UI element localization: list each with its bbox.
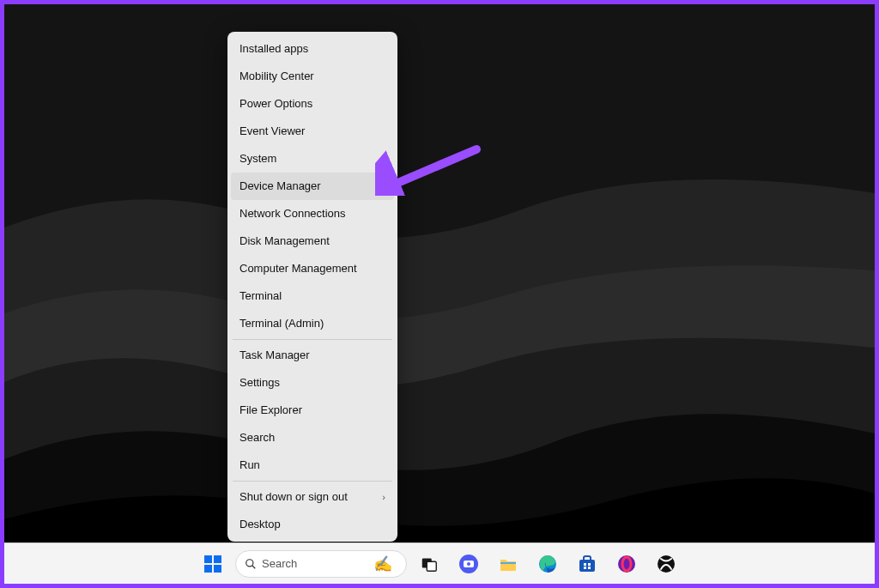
- menu-item-event-viewer[interactable]: Event Viewer: [227, 118, 397, 145]
- menu-item-label: Settings: [239, 376, 280, 390]
- menu-item-label: File Explorer: [239, 403, 302, 417]
- svg-rect-5: [214, 565, 221, 573]
- chat-button[interactable]: [452, 547, 486, 581]
- edge-icon: [537, 554, 558, 574]
- svg-rect-4: [204, 565, 212, 573]
- svg-rect-2: [204, 555, 212, 563]
- menu-item-label: Computer Management: [239, 262, 357, 276]
- svg-rect-13: [500, 562, 516, 564]
- menu-item-label: Power Options: [239, 97, 312, 111]
- menu-item-mobility-center[interactable]: Mobility Center: [227, 63, 397, 90]
- microsoft-store-button[interactable]: [570, 547, 604, 581]
- desktop-area[interactable]: Installed appsMobility CenterPower Optio…: [4, 4, 875, 584]
- menu-item-label: Search: [239, 431, 275, 445]
- svg-rect-17: [588, 563, 591, 566]
- menu-item-label: Terminal (Admin): [239, 317, 324, 330]
- menu-item-device-manager[interactable]: Device Manager: [231, 173, 394, 200]
- menu-item-task-manager[interactable]: Task Manager: [227, 342, 397, 369]
- winx-context-menu: Installed appsMobility CenterPower Optio…: [227, 32, 397, 542]
- svg-point-6: [246, 559, 253, 566]
- menu-item-desktop[interactable]: Desktop: [227, 511, 397, 538]
- menu-item-terminal[interactable]: Terminal: [227, 282, 397, 310]
- menu-item-label: Desktop: [239, 518, 281, 531]
- folder-icon: [498, 554, 518, 574]
- taskbar-search[interactable]: Search ✍️: [235, 550, 407, 578]
- menu-item-system[interactable]: System: [227, 145, 397, 173]
- task-view-icon: [420, 555, 439, 573]
- menu-separator: [233, 339, 392, 340]
- menu-item-label: Terminal: [239, 289, 282, 303]
- menu-item-disk-management[interactable]: Disk Management: [227, 227, 397, 255]
- menu-item-terminal-admin[interactable]: Terminal (Admin): [227, 310, 397, 337]
- opera-icon: [616, 554, 637, 574]
- menu-item-settings[interactable]: Settings: [227, 369, 397, 397]
- store-icon: [577, 554, 597, 574]
- menu-item-computer-management[interactable]: Computer Management: [227, 255, 397, 282]
- menu-item-network-connections[interactable]: Network Connections: [227, 200, 397, 227]
- windows-logo-icon: [203, 554, 223, 574]
- svg-rect-15: [579, 560, 595, 572]
- svg-rect-3: [214, 555, 221, 563]
- menu-item-label: Device Manager: [239, 179, 321, 193]
- task-view-button[interactable]: [412, 547, 446, 581]
- menu-item-label: Disk Management: [239, 234, 330, 248]
- menu-item-label: Task Manager: [239, 349, 310, 362]
- menu-item-shut-down-or-sign-out[interactable]: Shut down or sign out›: [227, 483, 397, 511]
- file-explorer-button[interactable]: [491, 547, 525, 581]
- menu-item-label: Network Connections: [239, 207, 346, 221]
- menu-item-label: Run: [239, 458, 260, 472]
- search-placeholder: Search: [262, 557, 297, 570]
- chevron-right-icon: ›: [382, 490, 385, 504]
- menu-item-label: Installed apps: [239, 42, 308, 56]
- menu-item-installed-apps[interactable]: Installed apps: [227, 35, 397, 63]
- menu-item-power-options[interactable]: Power Options: [227, 90, 397, 118]
- menu-separator: [233, 481, 392, 482]
- wallpaper-mountains: [4, 4, 875, 584]
- opera-button[interactable]: [609, 547, 644, 581]
- svg-rect-18: [584, 567, 586, 569]
- taskbar: Search ✍️: [4, 543, 875, 584]
- svg-line-7: [252, 565, 256, 568]
- menu-item-label: Shut down or sign out: [239, 490, 348, 504]
- search-icon: [245, 558, 257, 570]
- svg-rect-16: [584, 563, 586, 566]
- search-gesture-icon: ✍️: [373, 555, 392, 573]
- xbox-icon: [656, 554, 676, 574]
- menu-item-file-explorer[interactable]: File Explorer: [227, 397, 397, 424]
- svg-point-12: [467, 562, 470, 566]
- chat-icon: [458, 554, 479, 574]
- edge-button[interactable]: [530, 547, 565, 581]
- menu-item-label: Event Viewer: [239, 124, 305, 138]
- menu-item-search[interactable]: Search: [227, 424, 397, 452]
- menu-item-run[interactable]: Run: [227, 452, 397, 479]
- start-button[interactable]: [196, 547, 230, 581]
- svg-rect-19: [588, 567, 591, 569]
- menu-item-label: Mobility Center: [239, 70, 314, 83]
- svg-rect-9: [427, 561, 436, 571]
- menu-item-label: System: [239, 152, 276, 166]
- xbox-button[interactable]: [649, 547, 683, 581]
- screenshot-frame: Installed appsMobility CenterPower Optio…: [0, 0, 879, 588]
